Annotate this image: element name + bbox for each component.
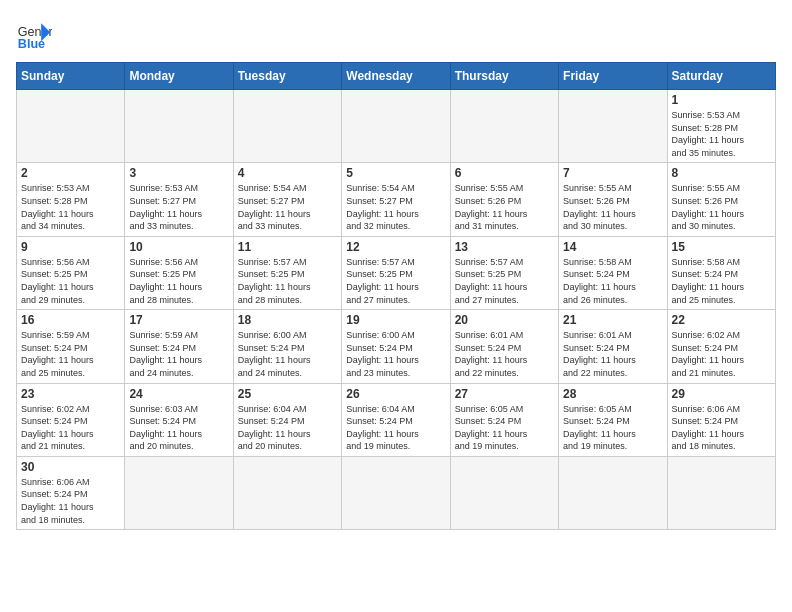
day-number: 28 — [563, 387, 662, 401]
day-number: 25 — [238, 387, 337, 401]
calendar-cell — [342, 90, 450, 163]
calendar-cell — [559, 90, 667, 163]
day-info: Sunrise: 6:00 AM Sunset: 5:24 PM Dayligh… — [238, 329, 337, 379]
day-info: Sunrise: 5:58 AM Sunset: 5:24 PM Dayligh… — [563, 256, 662, 306]
calendar-cell: 13Sunrise: 5:57 AM Sunset: 5:25 PM Dayli… — [450, 236, 558, 309]
day-number: 11 — [238, 240, 337, 254]
svg-text:Blue: Blue — [18, 37, 45, 51]
day-number: 13 — [455, 240, 554, 254]
day-info: Sunrise: 5:54 AM Sunset: 5:27 PM Dayligh… — [238, 182, 337, 232]
calendar-cell — [450, 456, 558, 529]
day-number: 6 — [455, 166, 554, 180]
day-info: Sunrise: 5:57 AM Sunset: 5:25 PM Dayligh… — [238, 256, 337, 306]
day-number: 26 — [346, 387, 445, 401]
day-info: Sunrise: 5:56 AM Sunset: 5:25 PM Dayligh… — [21, 256, 120, 306]
day-info: Sunrise: 5:57 AM Sunset: 5:25 PM Dayligh… — [455, 256, 554, 306]
day-info: Sunrise: 6:06 AM Sunset: 5:24 PM Dayligh… — [672, 403, 771, 453]
calendar-cell: 8Sunrise: 5:55 AM Sunset: 5:26 PM Daylig… — [667, 163, 775, 236]
calendar-cell: 4Sunrise: 5:54 AM Sunset: 5:27 PM Daylig… — [233, 163, 341, 236]
day-info: Sunrise: 5:55 AM Sunset: 5:26 PM Dayligh… — [455, 182, 554, 232]
day-info: Sunrise: 5:55 AM Sunset: 5:26 PM Dayligh… — [563, 182, 662, 232]
day-number: 21 — [563, 313, 662, 327]
day-number: 5 — [346, 166, 445, 180]
day-number: 14 — [563, 240, 662, 254]
calendar: SundayMondayTuesdayWednesdayThursdayFrid… — [16, 62, 776, 530]
calendar-cell: 11Sunrise: 5:57 AM Sunset: 5:25 PM Dayli… — [233, 236, 341, 309]
day-info: Sunrise: 5:59 AM Sunset: 5:24 PM Dayligh… — [21, 329, 120, 379]
day-info: Sunrise: 6:05 AM Sunset: 5:24 PM Dayligh… — [455, 403, 554, 453]
day-number: 23 — [21, 387, 120, 401]
calendar-cell: 12Sunrise: 5:57 AM Sunset: 5:25 PM Dayli… — [342, 236, 450, 309]
day-number: 2 — [21, 166, 120, 180]
day-info: Sunrise: 5:58 AM Sunset: 5:24 PM Dayligh… — [672, 256, 771, 306]
day-number: 10 — [129, 240, 228, 254]
day-info: Sunrise: 6:01 AM Sunset: 5:24 PM Dayligh… — [563, 329, 662, 379]
calendar-cell: 7Sunrise: 5:55 AM Sunset: 5:26 PM Daylig… — [559, 163, 667, 236]
day-info: Sunrise: 6:04 AM Sunset: 5:24 PM Dayligh… — [238, 403, 337, 453]
day-number: 9 — [21, 240, 120, 254]
weekday-header-tuesday: Tuesday — [233, 63, 341, 90]
day-info: Sunrise: 5:55 AM Sunset: 5:26 PM Dayligh… — [672, 182, 771, 232]
day-info: Sunrise: 5:57 AM Sunset: 5:25 PM Dayligh… — [346, 256, 445, 306]
calendar-cell: 24Sunrise: 6:03 AM Sunset: 5:24 PM Dayli… — [125, 383, 233, 456]
day-number: 12 — [346, 240, 445, 254]
day-info: Sunrise: 6:01 AM Sunset: 5:24 PM Dayligh… — [455, 329, 554, 379]
calendar-cell — [125, 90, 233, 163]
calendar-cell: 14Sunrise: 5:58 AM Sunset: 5:24 PM Dayli… — [559, 236, 667, 309]
calendar-cell: 23Sunrise: 6:02 AM Sunset: 5:24 PM Dayli… — [17, 383, 125, 456]
day-number: 16 — [21, 313, 120, 327]
day-info: Sunrise: 6:06 AM Sunset: 5:24 PM Dayligh… — [21, 476, 120, 526]
calendar-week-row: 30Sunrise: 6:06 AM Sunset: 5:24 PM Dayli… — [17, 456, 776, 529]
calendar-cell — [233, 456, 341, 529]
calendar-week-row: 2Sunrise: 5:53 AM Sunset: 5:28 PM Daylig… — [17, 163, 776, 236]
calendar-cell: 18Sunrise: 6:00 AM Sunset: 5:24 PM Dayli… — [233, 310, 341, 383]
calendar-cell — [342, 456, 450, 529]
weekday-header-wednesday: Wednesday — [342, 63, 450, 90]
calendar-cell: 9Sunrise: 5:56 AM Sunset: 5:25 PM Daylig… — [17, 236, 125, 309]
calendar-cell: 1Sunrise: 5:53 AM Sunset: 5:28 PM Daylig… — [667, 90, 775, 163]
calendar-cell: 22Sunrise: 6:02 AM Sunset: 5:24 PM Dayli… — [667, 310, 775, 383]
day-info: Sunrise: 5:53 AM Sunset: 5:27 PM Dayligh… — [129, 182, 228, 232]
weekday-header-row: SundayMondayTuesdayWednesdayThursdayFrid… — [17, 63, 776, 90]
logo-icon: General Blue — [16, 16, 52, 52]
calendar-cell — [559, 456, 667, 529]
day-number: 3 — [129, 166, 228, 180]
day-info: Sunrise: 5:53 AM Sunset: 5:28 PM Dayligh… — [21, 182, 120, 232]
calendar-cell — [450, 90, 558, 163]
day-number: 4 — [238, 166, 337, 180]
day-number: 17 — [129, 313, 228, 327]
day-info: Sunrise: 6:03 AM Sunset: 5:24 PM Dayligh… — [129, 403, 228, 453]
weekday-header-friday: Friday — [559, 63, 667, 90]
day-number: 18 — [238, 313, 337, 327]
day-info: Sunrise: 6:00 AM Sunset: 5:24 PM Dayligh… — [346, 329, 445, 379]
calendar-cell: 17Sunrise: 5:59 AM Sunset: 5:24 PM Dayli… — [125, 310, 233, 383]
calendar-cell: 15Sunrise: 5:58 AM Sunset: 5:24 PM Dayli… — [667, 236, 775, 309]
day-info: Sunrise: 5:53 AM Sunset: 5:28 PM Dayligh… — [672, 109, 771, 159]
day-number: 15 — [672, 240, 771, 254]
calendar-cell: 19Sunrise: 6:00 AM Sunset: 5:24 PM Dayli… — [342, 310, 450, 383]
day-number: 30 — [21, 460, 120, 474]
calendar-cell: 29Sunrise: 6:06 AM Sunset: 5:24 PM Dayli… — [667, 383, 775, 456]
weekday-header-thursday: Thursday — [450, 63, 558, 90]
calendar-cell — [233, 90, 341, 163]
day-number: 7 — [563, 166, 662, 180]
calendar-cell: 2Sunrise: 5:53 AM Sunset: 5:28 PM Daylig… — [17, 163, 125, 236]
calendar-cell: 21Sunrise: 6:01 AM Sunset: 5:24 PM Dayli… — [559, 310, 667, 383]
day-number: 22 — [672, 313, 771, 327]
day-info: Sunrise: 6:04 AM Sunset: 5:24 PM Dayligh… — [346, 403, 445, 453]
day-info: Sunrise: 5:59 AM Sunset: 5:24 PM Dayligh… — [129, 329, 228, 379]
day-info: Sunrise: 6:05 AM Sunset: 5:24 PM Dayligh… — [563, 403, 662, 453]
calendar-week-row: 1Sunrise: 5:53 AM Sunset: 5:28 PM Daylig… — [17, 90, 776, 163]
calendar-week-row: 9Sunrise: 5:56 AM Sunset: 5:25 PM Daylig… — [17, 236, 776, 309]
day-info: Sunrise: 5:54 AM Sunset: 5:27 PM Dayligh… — [346, 182, 445, 232]
day-number: 19 — [346, 313, 445, 327]
logo: General Blue — [16, 16, 52, 52]
calendar-cell: 30Sunrise: 6:06 AM Sunset: 5:24 PM Dayli… — [17, 456, 125, 529]
calendar-cell: 25Sunrise: 6:04 AM Sunset: 5:24 PM Dayli… — [233, 383, 341, 456]
calendar-cell: 27Sunrise: 6:05 AM Sunset: 5:24 PM Dayli… — [450, 383, 558, 456]
day-number: 20 — [455, 313, 554, 327]
day-number: 29 — [672, 387, 771, 401]
calendar-cell — [125, 456, 233, 529]
calendar-cell — [667, 456, 775, 529]
calendar-week-row: 16Sunrise: 5:59 AM Sunset: 5:24 PM Dayli… — [17, 310, 776, 383]
